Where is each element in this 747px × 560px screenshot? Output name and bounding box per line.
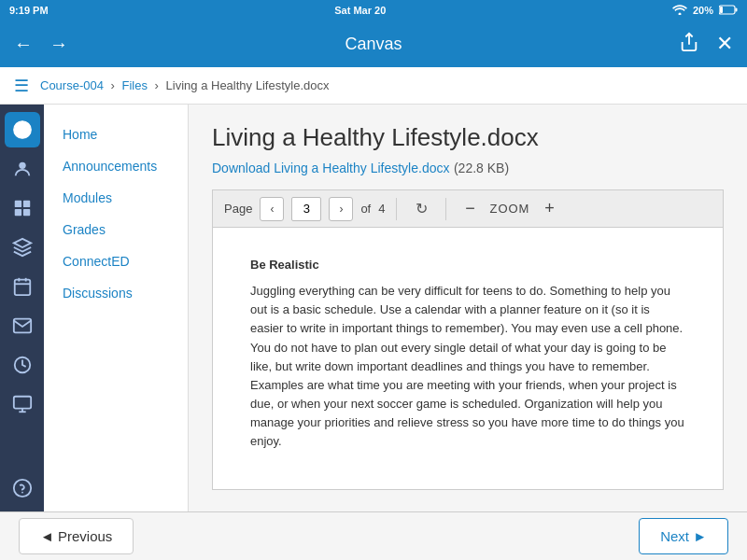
svg-rect-7 [14,201,21,207]
pdf-next-page-button[interactable]: › [329,197,353,221]
pdf-refresh-button[interactable]: ↻ [408,196,434,222]
pdf-toolbar: Page ‹ › of 4 ↻ − ZOOM + [213,190,723,228]
breadcrumb-bar: ☰ Course-004 › Files › Living a Healthy … [0,67,747,105]
svg-rect-9 [14,209,21,216]
svg-rect-10 [22,209,29,216]
svg-point-0 [678,13,681,16]
modules-link[interactable]: Modules [44,182,188,214]
sidebar-icon-inbox[interactable] [5,308,40,343]
pdf-section-title: Be Realistic [250,256,685,274]
wifi-icon [672,4,687,17]
battery-icon [719,5,738,17]
breadcrumb-course[interactable]: Course-004 [40,78,104,92]
pdf-divider-1 [396,198,397,220]
sidebar-icon-dashboard[interactable] [5,112,40,147]
breadcrumb: Course-004 › Files › Living a Healthy Li… [40,78,329,92]
pdf-total-pages: 4 [378,202,385,216]
sidebar-icon-calendar[interactable] [5,269,40,304]
pdf-viewer: Page ‹ › of 4 ↻ − ZOOM + Be Realistic Ju… [212,189,724,490]
sidebar-icon-help[interactable] [5,470,40,506]
status-right: 20% [672,4,738,17]
hamburger-menu[interactable]: ☰ [14,76,29,96]
pdf-page-content: Be Realistic Juggling everything can be … [213,228,723,489]
announcements-link[interactable]: Announcements [44,150,188,182]
pdf-page-input[interactable] [291,197,321,221]
sidebar-icon-history[interactable] [5,347,40,383]
close-button[interactable]: ✕ [716,32,733,57]
svg-rect-3 [735,7,737,11]
back-button[interactable]: ← [14,34,33,55]
pdf-zoom-in-button[interactable]: + [537,197,561,221]
file-size: (22.8 KB) [454,161,509,175]
pdf-divider-2 [445,198,446,220]
discussions-link[interactable]: Discussions [44,277,188,309]
breadcrumb-file: Living a Healthy Lifestyle.docx [166,78,330,92]
breadcrumb-files[interactable]: Files [122,78,148,92]
svg-point-6 [19,162,25,169]
date: Sat Mar 20 [334,5,386,16]
download-link[interactable]: Download Living a Healthy Lifestyle.docx [212,161,449,175]
content-area: Living a Healthy Lifestyle.docx Download… [189,105,747,560]
previous-button[interactable]: ◄ Previous [19,518,134,554]
status-bar: 9:19 PM Sat Mar 20 20% [0,0,747,21]
share-button[interactable] [679,32,699,57]
nav-left: ← → [14,34,68,55]
sidebar [0,105,44,560]
left-nav: Home Announcements Modules Grades Connec… [44,105,189,560]
bottom-nav: ◄ Previous Next ► [0,511,747,560]
nav-right: ✕ [679,32,733,57]
pdf-body-text: Juggling everything can be very difficul… [250,282,685,451]
svg-rect-16 [13,397,30,409]
sidebar-icon-courses[interactable] [5,190,40,226]
pdf-zoom-out-button[interactable]: − [458,197,482,221]
page-label: Page [224,202,252,216]
home-link[interactable]: Home [44,119,188,150]
battery-text: 20% [693,5,713,16]
svg-point-19 [13,480,30,497]
forward-button[interactable]: → [49,34,68,55]
pdf-prev-page-button[interactable]: ‹ [260,197,284,221]
top-nav-bar: ← → Canvas ✕ [0,21,747,67]
sidebar-icon-account[interactable] [5,151,40,187]
grades-link[interactable]: Grades [44,214,188,245]
svg-rect-2 [720,7,723,13]
svg-rect-8 [22,201,29,207]
next-button[interactable]: Next ► [639,518,728,554]
sidebar-icon-grades[interactable] [5,230,40,265]
time: 9:19 PM [9,5,49,16]
main-layout: Home Announcements Modules Grades Connec… [0,105,747,560]
app-title: Canvas [345,35,402,54]
sidebar-icon-studio[interactable] [5,386,40,422]
pdf-zoom-label: ZOOM [489,202,529,216]
svg-point-20 [21,492,23,494]
connected-link[interactable]: ConnectED [44,245,188,277]
svg-rect-11 [14,280,30,296]
document-title: Living a Healthy Lifestyle.docx [212,123,724,152]
pdf-of-label: of [360,202,371,216]
